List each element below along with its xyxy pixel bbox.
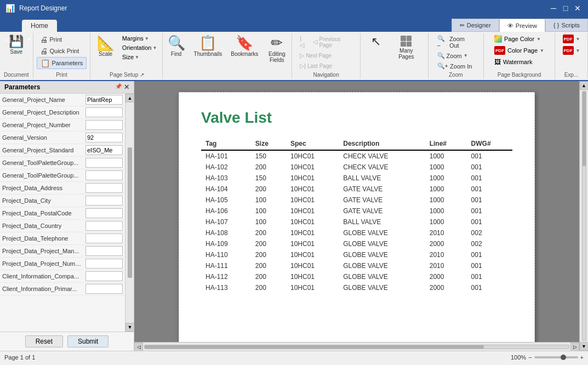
parameters-header: Parameters 📌 ✕: [0, 81, 134, 94]
maximize-button[interactable]: □: [561, 3, 570, 13]
table-cell: 2010: [425, 227, 467, 238]
v-scroll-up[interactable]: ▲: [580, 81, 589, 90]
zoom-icon: 🔍: [437, 52, 445, 59]
watermark-button[interactable]: 🖼 Watermark: [491, 57, 535, 67]
qa-forward-button[interactable]: ▷: [13, 35, 23, 44]
params-scroll-area[interactable]: General_Project_NameGeneral_Project_Desc…: [0, 94, 125, 332]
minimize-button[interactable]: ─: [549, 3, 558, 13]
zoom-slider[interactable]: [534, 356, 578, 358]
table-cell: 1000: [425, 195, 467, 206]
right-scrollbar[interactable]: ▲ ▼: [579, 81, 588, 351]
pin-icon[interactable]: 📌: [115, 83, 122, 91]
table-cell: 10HC01: [286, 173, 339, 184]
export-pdf2-button[interactable]: PDF ▼: [561, 45, 583, 55]
param-input[interactable]: [85, 259, 123, 269]
page-setup-expand[interactable]: Page Setup ↗: [110, 72, 144, 78]
param-input[interactable]: [85, 208, 123, 218]
param-input[interactable]: [85, 107, 123, 117]
first-page-button[interactable]: |◁: [296, 34, 309, 50]
param-row: Project_Data_Address: [0, 182, 125, 195]
table-cell: GLOBE VALVE: [339, 238, 425, 249]
param-label: General_ToolPaletteGroup...: [2, 159, 85, 166]
qa-dropdown-button[interactable]: ▼: [24, 35, 34, 44]
param-input[interactable]: [85, 95, 123, 105]
table-row: HA-10710010HC01BALL VALVE1000001: [201, 216, 512, 227]
margins-arrow: ▼: [145, 36, 149, 41]
zoom-decrease[interactable]: −: [528, 354, 532, 361]
param-row: Client_Information_Compa...: [0, 270, 125, 283]
param-input[interactable]: [85, 233, 123, 243]
table-cell: HA-111: [201, 260, 251, 271]
table-cell: 200: [251, 162, 286, 173]
prev-page-icon: ◁: [313, 38, 317, 45]
params-scroll-down[interactable]: ▼: [125, 323, 134, 332]
param-input[interactable]: [85, 246, 123, 256]
param-input[interactable]: [85, 158, 123, 168]
zoom-increase[interactable]: +: [580, 354, 584, 361]
thumbnails-button[interactable]: 📋 Thumbnails: [191, 34, 226, 59]
h-scrollbar[interactable]: ◁ ▷: [134, 342, 579, 351]
table-cell: 2000: [425, 282, 467, 293]
export-pdf-button[interactable]: PDF ▼: [561, 34, 583, 44]
home-tab[interactable]: Home: [22, 20, 57, 32]
param-label: Project_Data_Telephone: [2, 235, 85, 242]
zoom-out-button[interactable]: 🔍− Zoom Out: [433, 34, 479, 50]
param-input[interactable]: [85, 120, 123, 130]
h-scroll-right[interactable]: ▷: [570, 343, 579, 351]
previous-page-button[interactable]: ◁ Previous Page: [310, 34, 356, 50]
parameters-button[interactable]: 📋 Parameters: [37, 57, 87, 69]
param-input[interactable]: [85, 170, 123, 180]
margins-button[interactable]: Margins ▼: [120, 34, 159, 43]
h-scroll-track[interactable]: [144, 345, 569, 349]
zoom-in-button[interactable]: 🔍+ Zoom In: [433, 61, 477, 71]
last-page-button[interactable]: ▷| Last Page: [296, 61, 335, 71]
qa-back-button[interactable]: ◁: [2, 35, 12, 44]
h-scroll-left[interactable]: ◁: [134, 343, 143, 351]
params-scrollbar[interactable]: ▲ ▼: [125, 94, 134, 332]
zoom-out-icon: 🔍−: [437, 35, 448, 49]
app-title: Report Designer: [19, 4, 67, 12]
report-title: Valve List: [201, 109, 512, 127]
editing-fields-button[interactable]: ✏ Editing Fields: [264, 34, 290, 65]
designer-tab[interactable]: ✏ Designer: [452, 19, 499, 32]
param-input[interactable]: [85, 284, 123, 294]
preview-tab[interactable]: 👁 Preview: [499, 19, 545, 32]
param-input[interactable]: [85, 145, 123, 155]
submit-button[interactable]: Submit: [67, 335, 109, 347]
report-canvas-wrapper[interactable]: Valve List TagSizeSpecDescriptionLine#DW…: [134, 81, 579, 342]
find-button[interactable]: 🔍 Find: [164, 34, 189, 59]
next-page-button[interactable]: ▷ Next Page: [296, 51, 335, 60]
table-cell: 1000: [425, 173, 467, 184]
table-cell: 10HC01: [286, 227, 339, 238]
table-cell: 10HC01: [286, 238, 339, 249]
params-scroll-up[interactable]: ▲: [125, 94, 134, 102]
reset-button[interactable]: Reset: [25, 335, 63, 347]
param-input[interactable]: [85, 221, 123, 231]
v-scroll-track[interactable]: [582, 91, 586, 341]
color-page-button[interactable]: PDF Color Page ▼: [491, 45, 547, 56]
scripts-tab[interactable]: { } Scripts: [545, 19, 588, 32]
v-scroll-down[interactable]: ▼: [580, 342, 589, 351]
table-cell: 10HC01: [286, 195, 339, 206]
param-input[interactable]: [85, 271, 123, 281]
param-input[interactable]: [85, 196, 123, 206]
table-cell: GLOBE VALVE: [339, 271, 425, 282]
param-input[interactable]: [85, 133, 123, 142]
close-panel-icon[interactable]: ✕: [124, 83, 129, 91]
pointer-button[interactable]: ↖: [365, 34, 387, 50]
page-color-button[interactable]: Page Color ▼: [491, 34, 544, 44]
many-pages-button[interactable]: Many Pages: [389, 34, 424, 61]
close-button[interactable]: ✕: [573, 3, 583, 13]
scale-button[interactable]: 📐 Scale: [94, 34, 118, 59]
quick-print-button[interactable]: 🖨 Quick Print: [37, 45, 83, 56]
table-cell: GATE VALVE: [339, 195, 425, 206]
bookmarks-button[interactable]: 🔖 Bookmarks: [227, 34, 261, 59]
table-cell: HA-106: [201, 206, 251, 216]
param-input[interactable]: [85, 183, 123, 193]
print-button[interactable]: 🖨 Print: [37, 34, 66, 45]
designer-icon: ✏: [460, 22, 465, 29]
size-button[interactable]: Size ▼: [120, 53, 159, 61]
orientation-button[interactable]: Orientation ▼: [120, 43, 159, 52]
zoom-button[interactable]: 🔍 Zoom ▼: [433, 51, 472, 60]
table-cell: 100: [251, 206, 286, 216]
